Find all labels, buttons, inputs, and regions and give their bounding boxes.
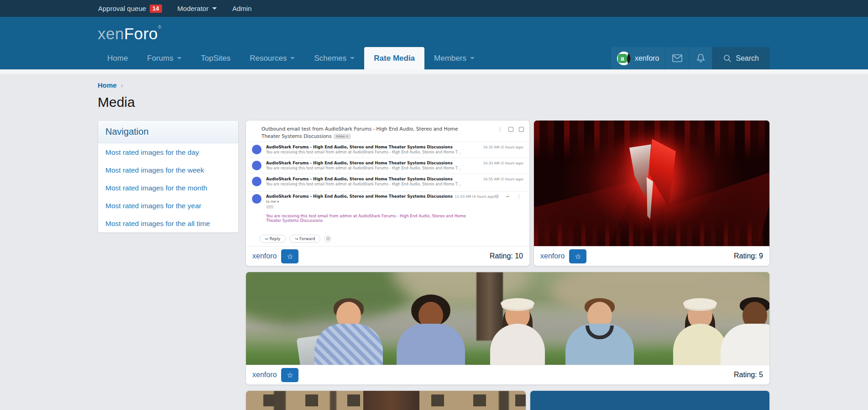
username-label: xenforo	[635, 54, 659, 63]
email-to-me: to me ▾	[266, 200, 279, 204]
admin-label: Admin	[232, 5, 252, 12]
tab-members[interactable]: Members	[424, 47, 484, 69]
email-row: AudioShark Forums - High End Audio, Ster…	[246, 173, 529, 189]
site-header: xenForo® Home Forums TopSites Resources …	[0, 17, 868, 69]
rate-star-button[interactable]: ☆	[569, 249, 586, 263]
sidebar-title: Navigation	[98, 121, 238, 143]
approval-queue-count-badge: 14	[150, 5, 162, 13]
email-time: 10:32 AM (5 hours ago)	[483, 145, 523, 149]
sidebar-item-most-rated-month[interactable]: Most rated images for the month	[98, 179, 238, 197]
media-thumbnail-red-abstract[interactable]	[534, 121, 769, 246]
logo-xen: xen	[98, 25, 124, 42]
email-time: 10:33 AM (5 hours ago)	[483, 161, 523, 165]
sidebar-item-most-rated-year[interactable]: Most rated images for the year	[98, 197, 238, 215]
moderator-menu[interactable]: Moderator	[178, 5, 217, 12]
tab-label: Forums	[147, 54, 173, 63]
admin-link[interactable]: Admin	[232, 5, 252, 12]
chevron-down-icon	[470, 57, 475, 59]
owner-link[interactable]: xenforo	[540, 252, 565, 260]
email-toolbar: ⋮	[498, 127, 524, 132]
trimmed-content-icon: ⋯	[266, 205, 274, 209]
tab-label: Members	[434, 54, 466, 63]
photo-building-blur	[550, 272, 769, 322]
tab-schemes[interactable]: Schemes	[304, 47, 364, 69]
media-card-group-photo: xenforo ☆ Rating: 5	[246, 272, 770, 385]
tab-forums[interactable]: Forums	[137, 47, 191, 69]
breadcrumb-home-link[interactable]: Home	[98, 81, 117, 89]
email-sender: AudioShark Forums - High End Audio, Ster…	[266, 145, 453, 149]
logo-foro: Foro	[124, 25, 158, 42]
open-in-new-icon	[519, 127, 524, 132]
tab-label: Resources	[250, 54, 287, 63]
email-preview: You are receiving this test email from a…	[266, 150, 462, 154]
media-card-red-render: xenforo ☆ Rating: 9	[533, 120, 770, 266]
building-door	[363, 391, 419, 410]
avatar-letter: a	[618, 54, 627, 63]
email-row: AudioShark Forums - High End Audio, Ster…	[246, 142, 529, 157]
sidebar-item-most-rated-week[interactable]: Most rated images for the week	[98, 161, 238, 179]
owner-link[interactable]: xenforo	[252, 371, 277, 379]
tab-label: Schemes	[314, 54, 346, 63]
media-thumbnail-group-photo[interactable]	[246, 272, 769, 365]
media-thumbnail-building[interactable]	[246, 391, 526, 410]
person-torso	[721, 324, 769, 365]
tree-trunk	[330, 391, 336, 410]
envelope-icon	[672, 54, 682, 62]
sidebar-item-most-rated-all-time[interactable]: Most rated images for the all time	[98, 215, 238, 232]
xenforo-logo[interactable]: xenForo®	[98, 25, 162, 43]
tab-resources[interactable]: Resources	[240, 47, 304, 69]
red-scene-logo	[627, 136, 677, 223]
sender-avatar-icon	[252, 177, 261, 186]
bell-icon	[696, 53, 705, 63]
nav-tabs: Home Forums TopSites Resources Schemes R…	[98, 47, 484, 69]
inbox-badge: Inbox ×	[334, 134, 350, 140]
moderator-label: Moderator	[178, 5, 209, 12]
sender-avatar-icon	[252, 145, 261, 154]
printer-icon	[508, 127, 513, 132]
avatar: a	[617, 52, 631, 65]
reply-button: ↩ Reply	[260, 235, 286, 243]
tree-trunk	[274, 391, 286, 410]
sidebar-item-most-rated-day[interactable]: Most rated images for the day	[98, 143, 238, 161]
rate-star-button[interactable]: ☆	[281, 249, 298, 263]
chevron-down-icon	[177, 57, 182, 59]
emoji-icon: ☺	[324, 235, 331, 242]
visitor-tabs: a xenforo Search	[611, 47, 770, 69]
owner-link[interactable]: xenforo	[252, 252, 277, 260]
tab-label: Rate Media	[374, 54, 415, 63]
tab-label: Home	[107, 54, 128, 63]
xenforo-rate-media-page: Approval queue 14 Moderator Admin xenFor…	[0, 0, 868, 410]
inbox-button[interactable]	[665, 47, 690, 69]
more-icon: ⋮	[498, 127, 503, 132]
forward-button: ↪ Forward	[289, 235, 320, 243]
sender-avatar-icon	[252, 194, 261, 204]
email-subject: Outbound email test from AudioShark Foru…	[261, 126, 476, 140]
media-gallery: Outbound email test from AudioShark Foru…	[246, 120, 770, 410]
person-hat	[501, 298, 534, 309]
approval-queue-link[interactable]: Approval queue 14	[98, 5, 162, 13]
chevron-right-icon: ›	[121, 82, 123, 89]
email-actions: ↩ Reply ↪ Forward ☺	[260, 235, 331, 243]
media-card-footer: xenforo ☆ Rating: 9	[534, 246, 769, 266]
chevron-down-icon	[290, 57, 295, 59]
alerts-button[interactable]	[690, 47, 712, 69]
media-thumbnail-blue[interactable]	[530, 391, 769, 410]
chevron-down-icon	[212, 7, 217, 10]
person-torso	[314, 324, 383, 365]
star-icon: ☆	[287, 371, 293, 379]
approval-queue-label: Approval queue	[98, 5, 146, 12]
chevron-down-icon	[350, 57, 355, 59]
tab-home[interactable]: Home	[98, 47, 137, 69]
search-label: Search	[736, 54, 759, 63]
email-body-text: You are receiving this test email from a…	[266, 214, 481, 223]
search-button[interactable]: Search	[712, 47, 770, 69]
rate-star-button[interactable]: ☆	[281, 368, 298, 382]
person-torso	[397, 324, 465, 365]
media-thumbnail-email[interactable]: Outbound email test from AudioShark Foru…	[246, 121, 529, 246]
media-card-footer: xenforo ☆ Rating: 10	[246, 246, 529, 266]
account-menu[interactable]: a xenforo	[611, 47, 665, 69]
search-icon	[723, 54, 732, 63]
tab-rate-media[interactable]: Rate Media	[364, 47, 424, 69]
tab-topsites[interactable]: TopSites	[191, 47, 240, 69]
header-divider	[0, 69, 868, 74]
